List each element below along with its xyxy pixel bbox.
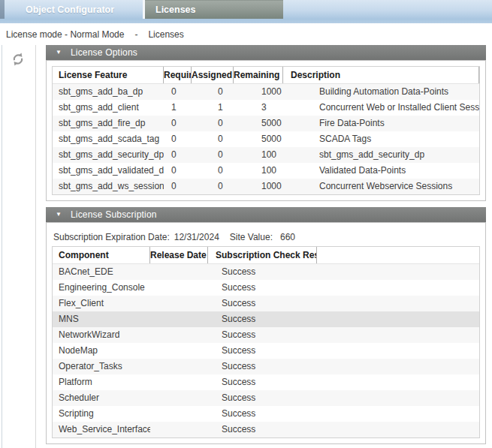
table-row[interactable]: sbt_gms_add_client113Concurrent Web or I…	[53, 100, 479, 116]
table-cell: Flex_Client	[53, 296, 150, 311]
license-subscription-header-row: ComponentRelease DateSubscription Check …	[53, 247, 479, 264]
table-cell: sbt_gms_add_client	[53, 100, 164, 116]
table-cell: SCADA Tags	[283, 131, 479, 147]
license-subscription-section-header[interactable]: ▼ License Subscription	[46, 207, 486, 222]
column-header[interactable]: Description	[283, 67, 479, 83]
table-row[interactable]: sbt_gms_add_ws_session001000Concurrent W…	[53, 179, 479, 194]
license-options-header-row: License FeatureRequiredAssignedRemaining…	[53, 67, 479, 84]
tab-label: Object Configurator	[26, 5, 114, 15]
table-cell	[317, 390, 479, 406]
table-cell: 0	[164, 147, 192, 163]
column-header[interactable]: License Feature	[53, 67, 164, 83]
table-cell: Success	[208, 359, 317, 374]
tab-object-configurator[interactable]: Object Configurator	[5, 0, 143, 19]
table-cell	[317, 406, 479, 422]
subscription-info-line: Subscription Expiration Date: 12/31/2024…	[52, 228, 480, 246]
table-cell: NetworkWizard	[53, 327, 150, 343]
table-cell	[317, 296, 479, 311]
column-header[interactable]: Remaining	[234, 67, 283, 83]
table-row[interactable]: sbt_gms_add_scada_tag005000SCADA Tags	[53, 131, 479, 147]
table-cell	[150, 327, 208, 343]
table-row[interactable]: NodeMapSuccess	[53, 343, 479, 359]
column-header[interactable]: Required	[164, 67, 192, 83]
table-cell: Success	[208, 390, 317, 406]
license-subscription-table: ComponentRelease DateSubscription Check …	[52, 246, 480, 438]
table-cell: Fire Data-Points	[283, 116, 479, 131]
table-row[interactable]: Operator_TasksSuccess	[53, 359, 479, 374]
table-cell	[150, 296, 208, 311]
table-cell: 0	[192, 131, 234, 147]
table-cell: MNS	[53, 311, 150, 327]
site-value: 660	[280, 232, 295, 242]
table-cell	[150, 311, 208, 327]
left-edge-line	[2, 45, 2, 448]
refresh-button[interactable]	[8, 50, 28, 69]
table-cell: 0	[164, 163, 192, 179]
table-cell	[150, 422, 208, 437]
breadcrumb-page: Licenses	[148, 29, 183, 40]
section-title: License Subscription	[71, 209, 157, 220]
table-cell: 0	[192, 116, 234, 131]
table-cell: 0	[192, 163, 234, 179]
table-cell: 1000	[234, 84, 283, 100]
table-cell: Success	[208, 264, 317, 280]
table-row[interactable]: ScriptingSuccess	[53, 406, 479, 422]
table-cell	[317, 422, 479, 437]
table-cell: 100	[234, 163, 283, 179]
table-row[interactable]: sbt_gms_add_security_dp00100sbt_gms_add_…	[53, 147, 479, 163]
table-row[interactable]: BACnet_EDESuccess	[53, 264, 479, 280]
table-cell: Building Automation Data-Points	[283, 84, 479, 100]
main-area: ▼ License Options License FeatureRequire…	[0, 45, 492, 448]
table-cell: Success	[208, 422, 317, 437]
license-options-section-header[interactable]: ▼ License Options	[46, 45, 486, 60]
table-cell: Success	[208, 296, 317, 311]
license-subscription-body: BACnet_EDESuccessEngineering_ConsoleSucc…	[53, 264, 479, 437]
table-cell: 0	[192, 84, 234, 100]
table-row[interactable]: PlatformSuccess	[53, 374, 479, 390]
table-cell	[150, 343, 208, 359]
table-cell	[150, 280, 208, 296]
section-title: License Options	[71, 47, 137, 58]
app-window: Object Configurator Licenses License mod…	[0, 0, 492, 448]
table-cell: sbt_gms_add_ws_session	[53, 179, 164, 194]
table-row[interactable]: sbt_gms_add_ba_dp001000Building Automati…	[53, 84, 479, 100]
table-cell	[150, 264, 208, 280]
column-header[interactable]	[317, 247, 479, 263]
table-row[interactable]: Flex_ClientSuccess	[53, 296, 479, 311]
tab-licenses[interactable]: Licenses	[145, 0, 283, 19]
table-cell: sbt_gms_add_security_dp	[53, 147, 164, 163]
table-cell: 3	[234, 100, 283, 116]
site-value-label: Site Value:	[230, 232, 273, 242]
table-cell: NodeMap	[53, 343, 150, 359]
table-cell: Platform	[53, 374, 150, 390]
table-row[interactable]: SchedulerSuccess	[53, 390, 479, 406]
table-cell: Success	[208, 327, 317, 343]
table-row[interactable]: MNSSuccess	[53, 311, 479, 327]
table-cell: 0	[164, 131, 192, 147]
column-header[interactable]: Release Date	[150, 247, 208, 263]
table-row[interactable]: Web_Service_InterfaceSuccess	[53, 422, 479, 437]
table-cell: 1	[164, 100, 192, 116]
column-header[interactable]: Assigned	[192, 67, 234, 83]
breadcrumb: License mode - Normal Mode - Licenses	[0, 23, 492, 45]
collapse-triangle-icon[interactable]: ▼	[56, 207, 62, 222]
table-cell: Success	[208, 311, 317, 327]
table-row[interactable]: Engineering_ConsoleSuccess	[53, 280, 479, 296]
table-row[interactable]: sbt_gms_add_validated_dp00100Validated D…	[53, 163, 479, 179]
refresh-icon	[11, 52, 26, 67]
table-cell: Scheduler	[53, 390, 150, 406]
table-cell: Validated Data-Points	[283, 163, 479, 179]
table-cell: Scripting	[53, 406, 150, 422]
column-header[interactable]: Subscription Check Result	[208, 247, 317, 263]
table-cell: sbt_gms_add_scada_tag	[53, 131, 164, 147]
license-options-body: sbt_gms_add_ba_dp001000Building Automati…	[53, 84, 479, 194]
column-header[interactable]: Component	[53, 247, 150, 263]
table-cell: 0	[164, 116, 192, 131]
table-row[interactable]: sbt_gms_add_fire_dp005000Fire Data-Point…	[53, 116, 479, 131]
table-cell: Concurrent Webservice Sessions	[283, 179, 479, 194]
table-cell: 1	[192, 100, 234, 116]
table-row[interactable]: NetworkWizardSuccess	[53, 327, 479, 343]
collapse-triangle-icon[interactable]: ▼	[56, 45, 62, 60]
table-cell: sbt_gms_add_validated_dp	[53, 163, 164, 179]
table-cell: Concurrent Web or Installed Client Sessi…	[283, 100, 479, 116]
